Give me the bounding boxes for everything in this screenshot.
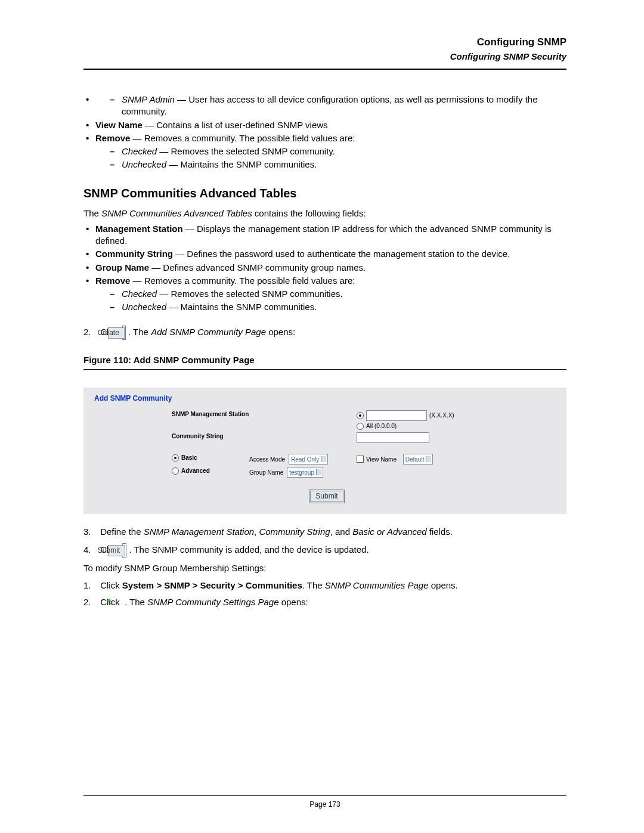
form-title: Add SNMP Community — [94, 394, 559, 403]
advanced-label: Advanced — [181, 467, 210, 475]
mgmt-ip-input[interactable] — [366, 410, 427, 421]
snmp-admin-line: SNMP Admin — User has access to all devi… — [107, 94, 566, 118]
figure-rule — [83, 369, 566, 370]
modify-intro: To modify SNMP Group Membership Settings… — [83, 562, 566, 574]
view-name-label: View Name — [366, 456, 397, 464]
group-name-line: Group Name — Defines advanced SNMP commu… — [83, 262, 566, 274]
intro-continued-item: SNMP Admin — User has access to all devi… — [83, 94, 566, 118]
mgmt-station-line: Management Station — Displays the manage… — [83, 223, 566, 247]
mgmt-all-radio[interactable] — [357, 423, 364, 430]
community-string-line: Community String — Defines the password … — [83, 248, 566, 260]
checked-line: Checked — Removes the selected SNMP comm… — [107, 145, 566, 157]
header-subtitle: Configuring SNMP Security — [83, 51, 566, 63]
mgmt-station-label: SNMP Management Station — [94, 410, 249, 419]
modify-step-2: 2. Click ✎ . The SNMP Community Settings… — [83, 596, 566, 608]
section-title: SNMP Communities Advanced Tables — [83, 185, 566, 202]
page-header: Configuring SNMP Configuring SNMP Securi… — [83, 36, 566, 63]
header-rule — [83, 69, 566, 70]
page-number: Page 173 — [83, 800, 566, 809]
basic-label: Basic — [181, 454, 197, 462]
access-mode-label: Access Mode — [249, 456, 285, 464]
group-name-select[interactable]: testgroup — [287, 467, 323, 478]
view-name-line: View Name — Contains a list of user-defi… — [83, 119, 566, 131]
mgmt-specific-radio[interactable] — [357, 412, 364, 419]
view-name-checkbox[interactable] — [357, 456, 364, 463]
access-mode-select[interactable]: Read Only — [289, 454, 328, 465]
page-footer: Page 173 — [83, 791, 566, 809]
step-2: 2. Click Create . The Add SNMP Community… — [83, 326, 566, 340]
step-3: 3. Define the SNMP Management Station, C… — [83, 526, 566, 538]
community-string-input[interactable] — [357, 432, 429, 443]
view-name-select[interactable]: Default — [403, 454, 434, 465]
figure-caption: Figure 110: Add SNMP Community Page — [83, 354, 566, 366]
xxxx-hint: (X.X.X.X) — [429, 411, 454, 420]
adv-remove-line: Remove — Removes a community. The possib… — [83, 275, 566, 314]
unchecked-line: Unchecked — Maintains the SNMP communiti… — [107, 159, 566, 171]
create-button[interactable]: Create — [122, 326, 126, 340]
submit-button-inline[interactable]: Submit — [122, 543, 126, 558]
community-string-label: Community String — [94, 432, 249, 441]
section-intro: The SNMP Communities Advanced Tables con… — [83, 208, 566, 219]
submit-button[interactable]: Submit — [309, 490, 344, 503]
remove-line: Remove — Removes a community. The possib… — [83, 132, 566, 171]
adv-unchecked-line: Unchecked — Maintains the SNMP communiti… — [107, 301, 566, 313]
basic-radio[interactable] — [172, 454, 179, 462]
group-name-label: Group Name — [249, 469, 283, 477]
modify-step-1: 1. Click System > SNMP > Security > Comm… — [83, 580, 566, 592]
add-snmp-community-form: Add SNMP Community SNMP Management Stati… — [83, 388, 566, 515]
adv-checked-line: Checked — Removes the selected SNMP comm… — [107, 288, 566, 300]
step-4: 4. Click Submit . The SNMP community is … — [83, 543, 566, 558]
advanced-radio[interactable] — [172, 467, 179, 475]
mgmt-all-label: All (0.0.0.0) — [366, 422, 397, 431]
header-title: Configuring SNMP — [83, 36, 566, 49]
